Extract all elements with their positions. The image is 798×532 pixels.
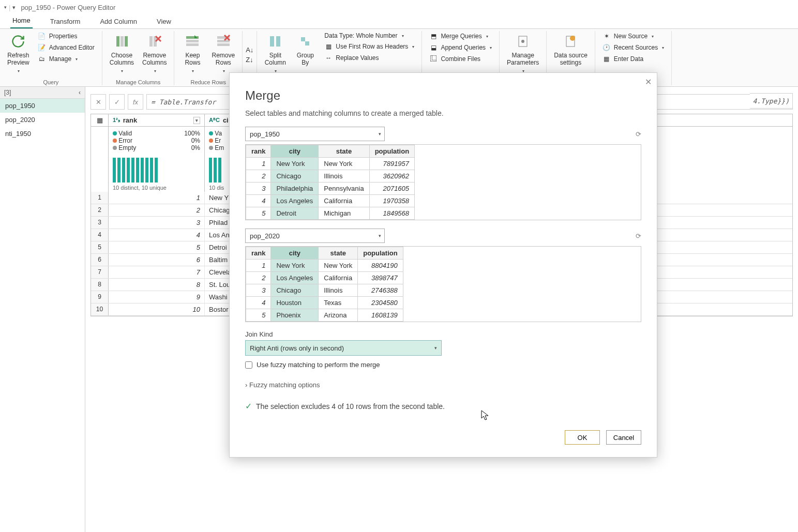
preview-cell[interactable]: Chicago <box>271 170 319 183</box>
primary-table-select[interactable]: pop_1950▾ <box>245 127 385 141</box>
secondary-table-select[interactable]: pop_2020▾ <box>245 229 385 243</box>
preview-cell[interactable]: 1849568 <box>369 207 414 220</box>
grid-corner-button[interactable]: ▦ <box>91 114 109 126</box>
cell-rank[interactable]: 9 <box>109 291 205 303</box>
tab-add-column[interactable]: Add Column <box>98 14 139 28</box>
preview-cell[interactable]: 1608139 <box>358 309 403 322</box>
tab-view[interactable]: View <box>155 14 173 28</box>
preview-cell[interactable]: Illinois <box>319 284 358 297</box>
properties-button[interactable]: 📄Properties <box>36 31 97 41</box>
merge-queries-button[interactable]: ⬒Merge Queries▾ <box>427 31 494 41</box>
preview-header[interactable]: population <box>369 145 414 158</box>
collapse-pane-icon[interactable]: ‹ <box>79 89 81 96</box>
data-type-button[interactable]: Data Type: Whole Number▾ <box>322 31 416 40</box>
sort-desc-button[interactable]: Z↓ <box>246 56 253 64</box>
preview-cell[interactable]: 5 <box>246 207 271 220</box>
formula-cancel-button[interactable]: ✕ <box>91 94 106 110</box>
preview-cell[interactable]: 7891957 <box>369 158 414 170</box>
preview-cell[interactable]: California <box>319 272 358 284</box>
cell-rank[interactable]: 2 <box>109 204 205 216</box>
cell-rank[interactable]: 3 <box>109 217 205 229</box>
fuzzy-options-expander[interactable]: › Fuzzy matching options <box>245 381 641 389</box>
preview-cell[interactable]: Michigan <box>319 207 369 220</box>
remove-rows-button[interactable]: Remove Rows▾ <box>209 31 237 75</box>
split-column-button[interactable]: Split Column▾ <box>262 31 288 75</box>
keep-rows-button[interactable]: Keep Rows▾ <box>179 31 205 75</box>
preview-cell[interactable]: 3 <box>246 284 271 297</box>
qat-overflow-icon[interactable]: ▾ <box>12 4 16 11</box>
refresh-preview1-icon[interactable]: ⟳ <box>636 130 641 138</box>
preview-cell[interactable]: 2071605 <box>369 183 414 195</box>
column-filter-icon[interactable]: ▾ <box>193 117 200 124</box>
cancel-button[interactable]: Cancel <box>606 430 641 445</box>
preview-cell[interactable]: 4 <box>246 195 271 207</box>
preview-header[interactable]: city <box>271 145 319 158</box>
append-queries-button[interactable]: ⬓Append Queries▾ <box>427 42 494 53</box>
preview-cell[interactable]: 1 <box>246 260 271 272</box>
advanced-editor-button[interactable]: 📝Advanced Editor <box>36 42 97 53</box>
cell-rank[interactable]: 4 <box>109 229 205 241</box>
preview-cell[interactable]: Arizona <box>319 309 358 322</box>
preview-cell[interactable]: 5 <box>246 309 271 322</box>
preview-cell[interactable]: 2 <box>246 272 271 284</box>
preview-cell[interactable]: 3 <box>246 183 271 195</box>
preview-cell[interactable]: 2 <box>246 170 271 183</box>
close-icon[interactable]: ✕ <box>645 77 652 87</box>
formula-fx-button[interactable]: fx <box>128 94 143 110</box>
tab-home[interactable]: Home <box>10 13 33 28</box>
join-kind-select[interactable]: Right Anti (rows only in second)▾ <box>245 340 442 356</box>
column-header-rank[interactable]: 1²₃ rank ▾ <box>109 114 205 126</box>
ok-button[interactable]: OK <box>565 430 600 445</box>
qat-dropdown-icon[interactable]: ▾ <box>4 5 7 10</box>
use-first-row-button[interactable]: ▦Use First Row as Headers▾ <box>322 41 416 52</box>
preview-cell[interactable]: 1970358 <box>369 195 414 207</box>
preview-header[interactable]: rank <box>246 145 271 158</box>
combine-files-button[interactable]: ⿺Combine Files <box>427 54 494 64</box>
preview-header[interactable]: state <box>319 145 369 158</box>
preview-cell[interactable]: New York <box>319 158 369 170</box>
manage-button[interactable]: 🗂Manage▾ <box>36 54 97 64</box>
preview-cell[interactable]: Los Angeles <box>271 195 319 207</box>
preview-cell[interactable]: Detroit <box>271 207 319 220</box>
formula-commit-button[interactable]: ✓ <box>109 94 125 110</box>
group-by-button[interactable]: Group By <box>292 31 318 69</box>
preview-cell[interactable]: 2304580 <box>358 297 403 309</box>
cell-rank[interactable]: 10 <box>109 303 205 315</box>
preview-cell[interactable]: Texas <box>319 297 358 309</box>
enter-data-button[interactable]: ▦Enter Data <box>600 54 666 64</box>
preview-cell[interactable]: New York <box>319 260 358 272</box>
refresh-preview-button[interactable]: Refresh Preview▾ <box>5 31 32 75</box>
preview-cell[interactable]: Chicago <box>271 284 319 297</box>
fuzzy-checkbox-input[interactable] <box>245 361 252 369</box>
preview-cell[interactable]: Los Angeles <box>271 272 319 284</box>
refresh-preview2-icon[interactable]: ⟳ <box>636 232 641 240</box>
replace-values-button[interactable]: ↔Replace Values <box>322 53 416 63</box>
manage-parameters-button[interactable]: Manage Parameters▾ <box>505 31 541 75</box>
preview-header[interactable]: state <box>319 247 358 260</box>
preview-cell[interactable]: 3620962 <box>369 170 414 183</box>
preview-cell[interactable]: 1 <box>246 158 271 170</box>
query-item-nti-1950[interactable]: nti_1950 <box>0 127 85 141</box>
preview-cell[interactable]: Illinois <box>319 170 369 183</box>
preview-cell[interactable]: Pennsylvania <box>319 183 369 195</box>
preview-cell[interactable]: New York <box>271 260 319 272</box>
preview-cell[interactable]: Houston <box>271 297 319 309</box>
query-item-pop-2020[interactable]: pop_2020 <box>0 113 85 127</box>
preview-header[interactable]: city <box>271 247 319 260</box>
recent-sources-button[interactable]: 🕑Recent Sources▾ <box>600 42 666 53</box>
cell-rank[interactable]: 6 <box>109 254 205 266</box>
preview-cell[interactable]: 3898747 <box>358 272 403 284</box>
preview-cell[interactable]: California <box>319 195 369 207</box>
preview-cell[interactable]: New York <box>271 158 319 170</box>
preview-cell[interactable]: 4 <box>246 297 271 309</box>
new-source-button[interactable]: ✶New Source▾ <box>600 31 666 41</box>
preview-cell[interactable]: Philadelphia <box>271 183 319 195</box>
cell-rank[interactable]: 8 <box>109 279 205 291</box>
preview-cell[interactable]: 8804190 <box>358 260 403 272</box>
remove-columns-button[interactable]: Remove Columns▾ <box>140 31 169 75</box>
fuzzy-matching-checkbox[interactable]: Use fuzzy matching to perform the merge <box>245 361 641 369</box>
preview-header[interactable]: rank <box>246 247 271 260</box>
cell-rank[interactable]: 5 <box>109 241 205 253</box>
tab-transform[interactable]: Transform <box>48 14 83 28</box>
sort-asc-button[interactable]: A↓ <box>246 46 253 54</box>
